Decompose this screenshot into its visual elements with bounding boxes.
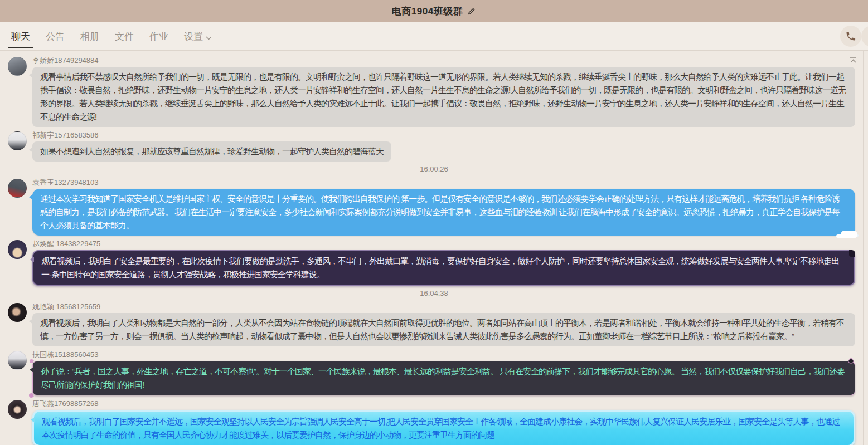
tab-settings[interactable]: 设置 [183,22,213,50]
cloud-decoration [841,231,857,238]
tab-files-label: 文件 [115,30,134,43]
message-text: 孙子说：“兵者，国之大事，死生之地，存亡之道，不可不察也”。对于一个国家、一个民… [41,366,845,389]
message-text: 通过本次学习我知道了国家安全机关是维护国家主权、安全的意识是十分重要的。使我们跨… [40,194,840,230]
sender-name: 祁新宇15716583586 [32,130,860,140]
message-text: 观看视频后，我明白了国家安全并不遥远，国家安全观坚持以人民安全为宗旨强调人民安全… [42,417,840,439]
chat-message: 袁香玉13273948103 通过本次学习我知道了国家安全机关是维护国家主权、安… [8,178,860,236]
avatar[interactable] [8,400,27,419]
sparkle-decoration [29,359,34,364]
tab-chat[interactable]: 聊天 [10,22,31,50]
timestamp: 16:04:38 [8,289,860,297]
avatar[interactable] [8,179,27,198]
sender-name: 李娇娇18749294884 [32,56,860,65]
group-title: 电商1904班级群 [392,5,463,18]
window-titlebar: 电商1904班级群 [0,0,868,22]
tab-settings-label: 设置 [184,30,203,43]
sender-name: 姚艳颖 18568125659 [32,302,860,311]
sparkle-decoration [28,393,34,398]
scrollbar-track[interactable] [863,51,864,445]
chat-message: 扶国栋15188560453 孙子说：“兵者，国之大事，死生之地，存亡之道，不可… [8,350,860,395]
app-window: 电商1904班级群 聊天 公告 相册 文件 作业 设置 [0,0,868,445]
message-text: 观看视频后，我明白了人类和动物都是大自然的一部分，人类从不会因为站在食物链的顶端… [40,318,844,341]
message-bubble: 观看视频后，我明白了安全是最重要的，在此次疫情下我们要做的是勤洗手，多通风，不串… [32,250,855,286]
edit-title-icon[interactable] [467,7,476,16]
message-bubble: 观看视频后，我明白了人类和动物都是大自然的一部分，人类从不会因为站在食物链的顶端… [32,313,855,346]
tab-bar: 聊天 公告 相册 文件 作业 设置 [0,22,868,51]
phone-icon [845,31,856,42]
sender-name: 扶国栋15188560453 [32,350,860,359]
avatar[interactable] [8,351,27,370]
tab-announcement-label: 公告 [46,30,65,43]
chat-message: 唐飞燕17698857268 观看视频后，我明白了国家安全并不遥远，国家安全观坚… [8,399,860,445]
tab-homework[interactable]: 作业 [148,22,169,50]
avatar[interactable] [8,57,27,76]
avatar[interactable] [8,303,27,322]
avatar[interactable] [8,240,27,259]
tab-files[interactable]: 文件 [114,22,135,50]
message-bubble: 观看事情后我不禁感叹大自然所给予我们的一切，既是无限的，也是有限的。文明和野蛮之… [32,67,855,127]
message-text: 观看视频后，我明白了安全是最重要的，在此次疫情下我们要做的是勤洗手，多通风，不串… [41,256,839,279]
sender-name: 袁香玉13273948103 [32,178,860,187]
message-bubble: 通过本次学习我知道了国家安全机关是维护国家主权、安全的意识是十分重要的。使我们跨… [32,189,855,236]
tab-announcement[interactable]: 公告 [45,22,66,50]
chat-message: 赵焕醒 18438229475 观看视频后，我明白了安全是最重要的，在此次疫情下… [8,239,860,286]
tab-album-label: 相册 [80,30,99,43]
message-bubble: 孙子说：“兵者，国之大事，死生之地，存亡之道，不可不察也”。对于一个国家、一个民… [32,361,855,395]
message-text: 如果不想遭到大自然的报复，那就应该尊重自然规律，珍爱野生动物，一起守护人类自然的… [40,146,384,156]
timestamp: 16:00:26 [8,165,860,173]
chat-panel[interactable]: 李娇娇18749294884 观看事情后我不禁感叹大自然所给予我们的一切，既是无… [0,51,868,445]
tab-homework-label: 作业 [149,30,168,43]
sender-name: 赵焕醒 18438229475 [32,239,860,248]
video-call-button[interactable] [861,26,868,47]
avatar[interactable] [8,131,27,150]
tab-chat-label: 聊天 [11,30,30,43]
voice-call-button[interactable] [840,26,861,47]
sender-name: 唐飞燕17698857268 [32,399,860,408]
chat-message: 姚艳颖 18568125659 观看视频后，我明白了人类和动物都是大自然的一部分… [8,302,860,346]
message-bubble: 观看视频后，我明白了国家安全并不遥远，国家安全观坚持以人民安全为宗旨强调人民安全… [32,410,855,445]
tab-album[interactable]: 相册 [79,22,100,50]
message-text: 观看事情后我不禁感叹大自然所给予我们的一切，既是无限的，也是有限的。文明和野蛮之… [40,72,846,121]
corner-decoration [849,250,855,257]
collapse-up-icon[interactable] [847,54,859,65]
chat-message: 祁新宇15716583586 如果不想遭到大自然的报复，那就应该尊重自然规律，珍… [8,130,860,162]
chevron-down-icon [206,32,212,43]
chat-message: 李娇娇18749294884 观看事情后我不禁感叹大自然所给予我们的一切，既是无… [8,56,860,127]
message-bubble: 如果不想遭到大自然的报复，那就应该尊重自然规律，珍爱野生动物，一起守护人类自然的… [32,141,391,162]
